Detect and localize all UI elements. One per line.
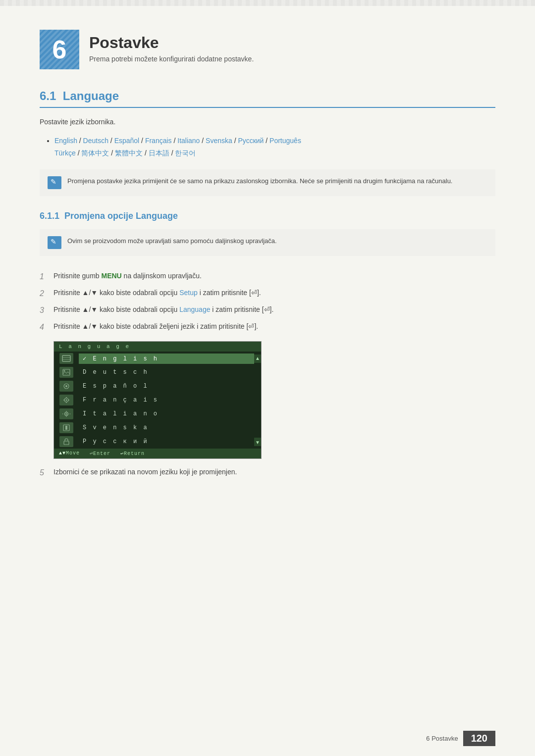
osd-row-italiano: I t a l i a n o xyxy=(54,407,261,421)
step-text-1: Pritisnite gumb MENU na daljinskom uprav… xyxy=(54,271,495,281)
gear-icon xyxy=(62,410,71,417)
step-number-3: 3 xyxy=(40,304,54,316)
step-1-highlight: MENU xyxy=(101,272,121,280)
svg-rect-17 xyxy=(64,441,69,445)
step-3: 3 Pritisnite ▲/▼ kako biste odabrali opc… xyxy=(40,304,495,316)
chapter-number-box: 6 xyxy=(40,30,79,69)
svg-point-14 xyxy=(66,413,67,415)
lang-korean[interactable]: 한국어 xyxy=(175,149,196,157)
step-5: 5 Izbornici će se prikazati na novom jez… xyxy=(40,467,495,479)
lang-turkce[interactable]: Türkçe xyxy=(54,149,76,157)
lang-japanese[interactable]: 日本語 xyxy=(149,149,169,157)
lang-portugues[interactable]: Português xyxy=(269,137,301,145)
step-text-4: Pritisnite ▲/▼ kako biste odabrali želje… xyxy=(54,321,495,332)
osd-enter-label: ⏎Enter xyxy=(90,451,110,456)
section-description: Postavite jezik izbornika. xyxy=(40,118,495,126)
audio-icon xyxy=(62,383,71,390)
osd-items-container: ✓ E n g l i s h ▲ D e u t s c h xyxy=(54,352,261,449)
step-text-3: Pritisnite ▲/▼ kako biste odabrali opcij… xyxy=(54,304,495,315)
osd-row-russian: Р у с с к и й ▼ xyxy=(54,435,261,449)
osd-lang-russian: Р у с с к и й xyxy=(79,437,254,447)
step-text-5: Izbornici će se prikazati na novom jezik… xyxy=(54,467,495,477)
step-3-highlight: Language xyxy=(179,305,210,313)
step-5-list: 5 Izbornici će se prikazati na novom jez… xyxy=(40,467,495,479)
subsection-6-1-1-header: 6.1.1 Promjena opcije Language xyxy=(40,211,495,221)
top-decorative-stripes xyxy=(0,0,535,6)
osd-row-francais: F r a n ç a i s xyxy=(54,393,261,407)
section-6-1-title: 6.1 Language xyxy=(40,89,119,102)
lang-traditional-chinese[interactable]: 繁體中文 xyxy=(115,149,143,157)
chapter-number: 6 xyxy=(53,35,67,64)
step-2: 2 Pritisnite ▲/▼ kako biste odabrali opc… xyxy=(40,288,495,300)
note-icon-1 xyxy=(48,176,61,189)
osd-icon-2 xyxy=(59,367,73,378)
section-6-1-header: 6.1 Language xyxy=(40,89,495,108)
step-number-1: 1 xyxy=(40,271,54,283)
osd-return-label: ↩Return xyxy=(120,451,145,456)
svg-point-8 xyxy=(66,400,67,401)
lock-icon xyxy=(62,438,71,445)
lang-espanol[interactable]: Español xyxy=(114,137,140,145)
language-list-item: English / Deutsch / Español / Français /… xyxy=(54,135,495,159)
subsection-title: 6.1.1 Promjena opcije Language xyxy=(40,211,178,221)
osd-icon-cell-1 xyxy=(54,353,79,364)
note-box-1: Promjena postavke jezika primijenit će s… xyxy=(40,169,495,196)
osd-icon-7 xyxy=(59,436,73,447)
osd-row-deutsch: D e u t s c h xyxy=(54,365,261,379)
page-number-badge: 120 xyxy=(463,731,495,746)
lang-russian[interactable]: Русский xyxy=(238,137,264,145)
picture-icon xyxy=(62,369,71,376)
osd-icon-3 xyxy=(59,381,73,392)
lang-deutsch[interactable]: Deutsch xyxy=(83,137,108,145)
osd-bottom-bar: ▲▼Move ⏎Enter ↩Return xyxy=(54,449,261,458)
osd-icon-cell-3 xyxy=(54,381,79,392)
osd-icon-cell-4 xyxy=(54,395,79,405)
svg-rect-16 xyxy=(65,426,67,430)
lang-svenska[interactable]: Svenska xyxy=(206,137,232,145)
language-icon xyxy=(62,355,71,362)
lang-simplified-chinese[interactable]: 简体中文 xyxy=(81,149,109,157)
osd-icon-4 xyxy=(59,395,73,405)
osd-scrollbar-2: ▼ xyxy=(254,438,261,446)
step-text-2: Pritisnite ▲/▼ kako biste odabrali opcij… xyxy=(54,288,495,298)
svg-rect-0 xyxy=(62,355,70,361)
note-icon-2 xyxy=(48,236,61,249)
svg-point-6 xyxy=(65,385,67,387)
lang-english[interactable]: English xyxy=(54,137,77,145)
note-text-1: Promjena postavke jezika primijenit će s… xyxy=(67,176,452,187)
osd-icon-cell-5 xyxy=(54,408,79,419)
page-footer: 6 Postavke 120 xyxy=(426,731,495,746)
svg-point-4 xyxy=(64,370,65,372)
lang-italiano[interactable]: Italiano xyxy=(177,137,200,145)
osd-scrollbar: ▲ xyxy=(254,354,261,363)
osd-icon-6 xyxy=(59,422,73,433)
settings-icon xyxy=(62,397,71,403)
step-4: 4 Pritisnite ▲/▼ kako biste odabrali žel… xyxy=(40,321,495,333)
osd-icon-cell-2 xyxy=(54,367,79,378)
step-2-highlight: Setup xyxy=(179,289,198,297)
osd-icon-cell-7 xyxy=(54,436,79,447)
osd-move-label: ▲▼Move xyxy=(59,451,80,456)
chapter-title: Postavke xyxy=(89,34,254,52)
osd-lang-italiano: I t a l i a n o xyxy=(79,409,254,419)
osd-row-espanol: E s p a ñ o l xyxy=(54,379,261,393)
note-box-2: Ovim se proizvodom može upravljati samo … xyxy=(40,229,495,256)
chapter-subtitle: Prema potrebi možete konfigurirati dodat… xyxy=(89,55,254,63)
scroll-up-arrow: ▲ xyxy=(255,355,260,361)
step-number-2: 2 xyxy=(40,288,54,300)
svg-rect-3 xyxy=(63,369,70,375)
osd-icon-1 xyxy=(59,353,73,364)
step-number-5: 5 xyxy=(40,467,54,479)
osd-lang-english: ✓ E n g l i s h xyxy=(79,353,254,364)
step-number-4: 4 xyxy=(40,321,54,333)
osd-lang-francais: F r a n ç a i s xyxy=(79,395,254,405)
osd-lang-espanol: E s p a ñ o l xyxy=(79,381,254,391)
osd-icon-5 xyxy=(59,408,73,419)
steps-list: 1 Pritisnite gumb MENU na daljinskom upr… xyxy=(40,271,495,333)
step-1: 1 Pritisnite gumb MENU na daljinskom upr… xyxy=(40,271,495,283)
language-list: English / Deutsch / Español / Français /… xyxy=(40,135,495,159)
lang-francais[interactable]: Français xyxy=(145,137,172,145)
osd-lang-svenska: S v e n s k a xyxy=(79,423,254,433)
osd-row-svenska: S v e n s k a xyxy=(54,421,261,435)
chapter-header: 6 Postavke Prema potrebi možete konfigur… xyxy=(40,20,495,69)
